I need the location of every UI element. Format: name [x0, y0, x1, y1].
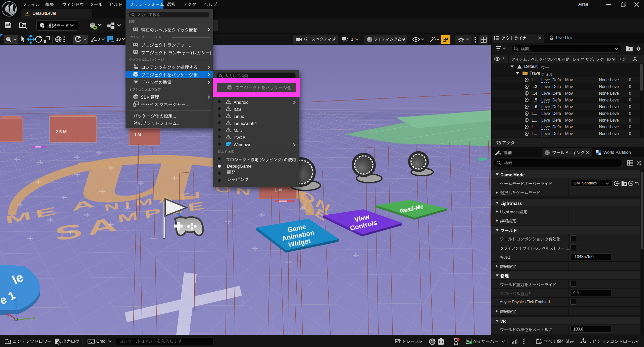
svg-text:1 M: 1 M — [134, 132, 141, 137]
svg-text:1 M: 1 M — [275, 187, 282, 192]
svg-text:Z: Z — [14, 298, 17, 303]
svg-text:Y: Y — [32, 316, 36, 321]
svg-text:X: X — [6, 312, 9, 317]
svg-text:2.5 M: 2.5 M — [56, 129, 67, 134]
